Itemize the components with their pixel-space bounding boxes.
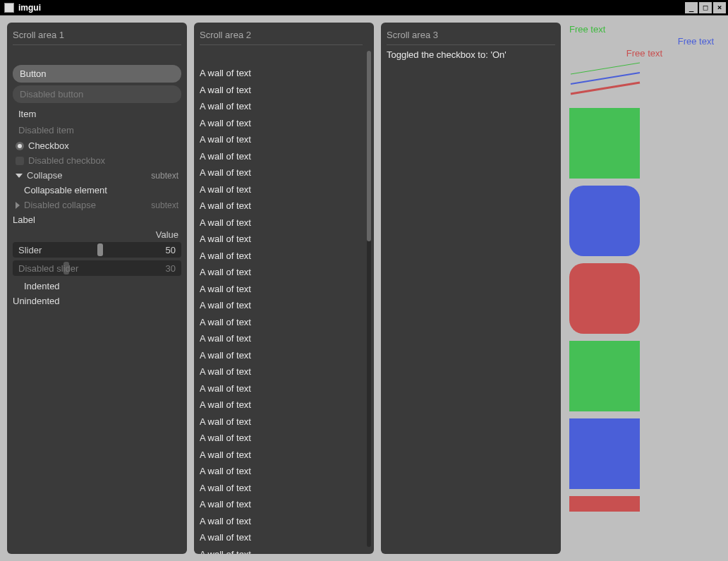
panel-title: Scroll area 1 xyxy=(13,30,181,40)
wall-text-line: A wall of text xyxy=(200,546,363,555)
panel-title: Scroll area 2 xyxy=(200,30,363,40)
slider-value: 50 xyxy=(166,245,176,255)
scroll-area-1: Scroll area 1 Button Disabled button Ite… xyxy=(7,23,187,554)
line-red xyxy=(571,83,640,94)
free-text-blue: Free text xyxy=(569,36,720,47)
checkbox-icon xyxy=(16,157,24,165)
close-button[interactable]: × xyxy=(712,1,727,14)
slider-value: 30 xyxy=(166,263,176,274)
app-icon xyxy=(4,3,14,13)
collapse-subtext: subtext xyxy=(151,171,178,181)
wall-text-line: A wall of text xyxy=(200,281,363,298)
wall-text-line: A wall of text xyxy=(200,164,363,181)
separator xyxy=(387,44,555,45)
chevron-right-icon xyxy=(16,202,20,209)
wall-text-line: A wall of text xyxy=(200,330,363,347)
lines-svg xyxy=(569,61,647,97)
disabled-item: Disabled item xyxy=(13,122,181,138)
wall-text-line: A wall of text xyxy=(200,347,363,364)
wall-text-line: A wall of text xyxy=(200,529,363,546)
line-green xyxy=(571,63,640,74)
collapse-content: Collapsable element xyxy=(13,183,181,198)
wall-text-line: A wall of text xyxy=(200,480,363,497)
shape-red-rounded xyxy=(569,263,640,334)
status-text: Toggled the checkbox to: 'On' xyxy=(387,48,555,61)
indented-item: Indented xyxy=(13,279,181,294)
wall-text-line: A wall of text xyxy=(200,513,363,530)
minimize-button[interactable]: _ xyxy=(684,1,698,14)
wall-text-line: A wall of text xyxy=(200,98,363,115)
shape-green-square xyxy=(569,108,640,179)
checkbox-label: Checkbox xyxy=(28,140,69,151)
collapse-subtext: subtext xyxy=(151,200,178,210)
wall-text-line: A wall of text xyxy=(200,248,363,265)
item[interactable]: Item xyxy=(13,106,181,122)
checkbox-icon xyxy=(16,142,24,150)
checkbox-label: Disabled checkbox xyxy=(28,155,105,166)
scrollbar-thumb[interactable] xyxy=(367,51,371,241)
disabled-checkbox: Disabled checkbox xyxy=(13,153,181,168)
slider-handle[interactable] xyxy=(97,243,103,256)
wall-text-line: A wall of text xyxy=(200,447,363,464)
collapse-label: Collapse xyxy=(27,170,63,181)
free-text-green: Free text xyxy=(569,24,720,35)
window-title: imgui xyxy=(18,3,41,13)
free-text-red: Free text xyxy=(569,48,720,59)
slider-label: Disabled slider xyxy=(18,263,78,274)
chevron-down-icon xyxy=(16,174,23,178)
shape-blue-rounded xyxy=(569,186,640,256)
wall-text-line: A wall of text xyxy=(200,363,363,380)
wall-text-line: A wall of text xyxy=(200,231,363,248)
slider[interactable]: Slider 50 xyxy=(13,242,181,258)
wall-text-line: A wall of text xyxy=(200,397,363,414)
disabled-button: Disabled button xyxy=(13,85,181,103)
slider-label: Slider xyxy=(18,245,42,255)
collapse[interactable]: Collapse subtext xyxy=(13,168,181,183)
disabled-slider: Disabled slider 30 xyxy=(13,260,181,276)
disabled-collapse: Disabled collapse subtext xyxy=(13,198,181,212)
button[interactable]: Button xyxy=(13,65,181,83)
window-titlebar: imgui _ □ × xyxy=(0,0,728,16)
label: Label xyxy=(13,212,181,227)
wall-text-line: A wall of text xyxy=(200,463,363,480)
wall-text-line: A wall of text xyxy=(200,430,363,447)
wall-text-line: A wall of text xyxy=(200,82,363,99)
value-label: Value xyxy=(13,227,181,242)
wall-text-line: A wall of text xyxy=(200,314,363,331)
scroll-area-3: Scroll area 3 Toggled the checkbox to: '… xyxy=(381,23,561,554)
checkbox[interactable]: Checkbox xyxy=(13,138,181,153)
wall-text-line: A wall of text xyxy=(200,297,363,314)
maximize-button[interactable]: □ xyxy=(698,1,712,14)
shape-blue-square xyxy=(569,418,640,489)
wall-text-line: A wall of text xyxy=(200,115,363,132)
scroll-area-2: Scroll area 2 A wall of textA wall of te… xyxy=(194,23,374,554)
wall-text-line: A wall of text xyxy=(200,215,363,231)
collapse-label: Disabled collapse xyxy=(24,200,96,210)
wall-text-line: A wall of text xyxy=(200,414,363,430)
unindented-item: Unindented xyxy=(13,294,181,308)
wall-text-line: A wall of text xyxy=(200,148,363,165)
right-area: Free text Free text Free text xyxy=(568,23,721,554)
panel-title: Scroll area 3 xyxy=(387,30,555,40)
shape-red-partial xyxy=(569,496,640,512)
wall-text-line: A wall of text xyxy=(200,496,363,513)
wall-text-line: A wall of text xyxy=(200,65,363,82)
wall-text-line: A wall of text xyxy=(200,264,363,281)
scrollbar[interactable] xyxy=(367,51,371,547)
wall-text-line: A wall of text xyxy=(200,380,363,397)
wall-text-line: A wall of text xyxy=(200,198,363,215)
separator xyxy=(200,44,363,45)
wall-text-line: A wall of text xyxy=(200,181,363,198)
separator xyxy=(13,44,181,45)
wall-text-line: A wall of text xyxy=(200,131,363,148)
shape-green-square-2 xyxy=(569,341,640,411)
line-blue xyxy=(571,73,640,84)
